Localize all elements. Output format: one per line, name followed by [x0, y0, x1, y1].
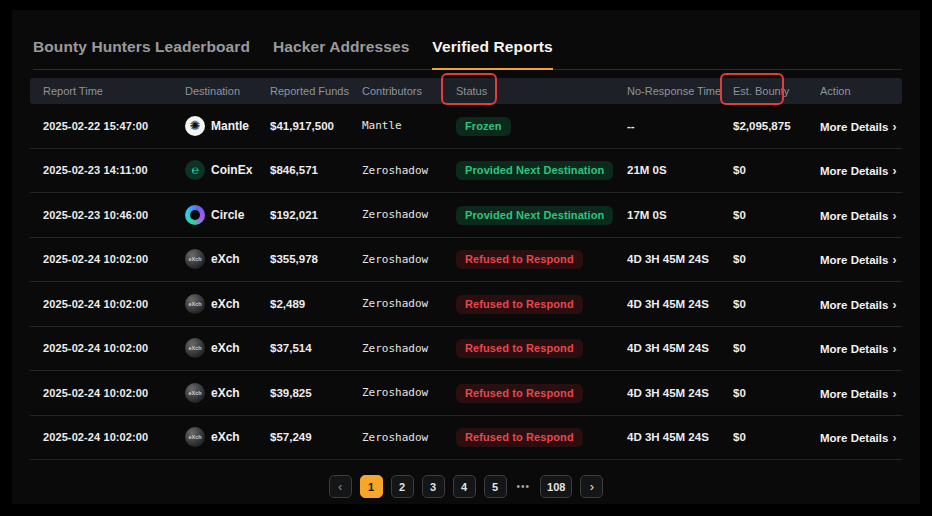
pagination-page-3[interactable]: 3 — [422, 475, 445, 498]
exch-icon — [185, 427, 205, 447]
pagination-ellipsis: ••• — [515, 481, 533, 492]
table-row: 2025-02-24 10:02:00 eXch $57,249 Zerosha… — [30, 416, 902, 461]
action-cell: More Details › — [820, 250, 902, 268]
est-bounty-cell: $0 — [733, 387, 820, 399]
column-header-action: Action — [820, 85, 902, 97]
action-cell: More Details › — [820, 295, 902, 313]
contributors-cell: Zeroshadow — [362, 253, 456, 266]
no-response-time-cell: 4D 3H 45M 24S — [627, 253, 733, 265]
circle-icon — [185, 205, 205, 225]
table-row: 2025-02-24 10:02:00 eXch $355,978 Zerosh… — [30, 238, 902, 283]
report-time-cell: 2025-02-24 10:02:00 — [30, 298, 185, 310]
tab-verified-reports[interactable]: Verified Reports — [432, 38, 552, 69]
destination-cell: Mantle — [185, 116, 270, 136]
chevron-right-icon: › — [892, 253, 896, 267]
more-details-link[interactable]: More Details › — [820, 253, 896, 267]
report-time-cell: 2025-02-22 15:47:00 — [30, 120, 185, 132]
pagination-next-button[interactable]: › — [580, 475, 603, 498]
reported-funds-cell: $39,825 — [270, 387, 362, 399]
no-response-time-cell: 4D 3H 45M 24S — [627, 387, 733, 399]
destination-cell: eXch — [185, 249, 270, 269]
pagination-page-4[interactable]: 4 — [453, 475, 476, 498]
reported-funds-cell: $57,249 — [270, 431, 362, 443]
more-details-link[interactable]: More Details › — [820, 209, 896, 223]
table-row: 2025-02-23 10:46:00 Circle $192,021 Zero… — [30, 193, 902, 238]
destination-name: Circle — [211, 208, 244, 222]
column-header-no-response-time: No-Response Time — [627, 85, 733, 97]
no-response-time-cell: 4D 3H 45M 24S — [627, 342, 733, 354]
tab-bar: Bounty Hunters Leaderboard Hacker Addres… — [33, 38, 902, 70]
est-bounty-cell: $0 — [733, 431, 820, 443]
report-time-cell: 2025-02-24 10:02:00 — [30, 387, 185, 399]
chevron-right-icon: › — [892, 298, 896, 312]
destination-cell: Circle — [185, 205, 270, 225]
status-cell: Refused to Respond — [456, 249, 627, 269]
contributors-cell: Mantle — [362, 119, 456, 132]
destination-name: CoinEx — [211, 163, 252, 177]
more-details-link[interactable]: More Details › — [820, 431, 896, 445]
more-details-link[interactable]: More Details › — [820, 120, 896, 134]
action-cell: More Details › — [820, 206, 902, 224]
chevron-right-icon: › — [892, 431, 896, 445]
table-body: 2025-02-22 15:47:00 Mantle $41,917,500 M… — [30, 104, 902, 460]
status-badge: Refused to Respond — [456, 295, 583, 314]
reported-funds-cell: $355,978 — [270, 253, 362, 265]
pagination-page-5[interactable]: 5 — [484, 475, 507, 498]
mantle-icon — [185, 116, 205, 136]
no-response-time-cell: 4D 3H 45M 24S — [627, 431, 733, 443]
tab-hacker-addresses[interactable]: Hacker Addresses — [273, 38, 409, 69]
no-response-time-cell: 17M 0S — [627, 209, 733, 221]
destination-name: eXch — [211, 386, 240, 400]
status-cell: Provided Next Destination — [456, 205, 627, 225]
contributors-cell: Zeroshadow — [362, 386, 456, 399]
exch-icon — [185, 383, 205, 403]
pagination-prev-button[interactable]: ‹ — [329, 475, 352, 498]
more-details-link[interactable]: More Details › — [820, 164, 896, 178]
tab-bounty-hunters-leaderboard[interactable]: Bounty Hunters Leaderboard — [33, 38, 250, 69]
destination-name: Mantle — [211, 119, 249, 133]
no-response-time-cell: 21M 0S — [627, 164, 733, 176]
coinex-icon — [185, 160, 205, 180]
action-cell: More Details › — [820, 161, 902, 179]
reported-funds-cell: $846,571 — [270, 164, 362, 176]
chevron-right-icon: › — [892, 120, 896, 134]
status-badge: Provided Next Destination — [456, 161, 613, 180]
contributors-cell: Zeroshadow — [362, 431, 456, 444]
pagination-page-2[interactable]: 2 — [391, 475, 414, 498]
reported-funds-cell: $2,489 — [270, 298, 362, 310]
report-time-cell: 2025-02-24 10:02:00 — [30, 253, 185, 265]
est-bounty-cell: $2,095,875 — [733, 120, 820, 132]
destination-name: eXch — [211, 341, 240, 355]
more-details-link[interactable]: More Details › — [820, 342, 896, 356]
chevron-right-icon: › — [892, 209, 896, 223]
more-details-label: More Details — [820, 165, 888, 177]
main-panel: Bounty Hunters Leaderboard Hacker Addres… — [12, 10, 920, 504]
more-details-link[interactable]: More Details › — [820, 298, 896, 312]
destination-cell: CoinEx — [185, 160, 270, 180]
status-cell: Provided Next Destination — [456, 160, 627, 180]
more-details-label: More Details — [820, 432, 888, 444]
action-cell: More Details › — [820, 428, 902, 446]
app-window: Bounty Hunters Leaderboard Hacker Addres… — [0, 0, 932, 516]
table-row: 2025-02-23 14:11:00 CoinEx $846,571 Zero… — [30, 149, 902, 194]
chevron-right-icon: › — [892, 387, 896, 401]
more-details-label: More Details — [820, 388, 888, 400]
contributors-cell: Zeroshadow — [362, 208, 456, 221]
destination-name: eXch — [211, 297, 240, 311]
status-cell: Refused to Respond — [456, 427, 627, 447]
report-time-cell: 2025-02-24 10:02:00 — [30, 342, 185, 354]
pagination-page-1[interactable]: 1 — [360, 475, 383, 498]
pagination: ‹12345•••108› — [12, 475, 920, 498]
more-details-link[interactable]: More Details › — [820, 387, 896, 401]
destination-name: eXch — [211, 430, 240, 444]
status-cell: Frozen — [456, 116, 627, 136]
column-header-report-time: Report Time — [30, 85, 185, 97]
table-row: 2025-02-24 10:02:00 eXch $37,514 Zerosha… — [30, 327, 902, 372]
destination-cell: eXch — [185, 427, 270, 447]
contributors-cell: Zeroshadow — [362, 164, 456, 177]
exch-icon — [185, 249, 205, 269]
destination-cell: eXch — [185, 338, 270, 358]
destination-cell: eXch — [185, 383, 270, 403]
est-bounty-cell: $0 — [733, 253, 820, 265]
pagination-page-108[interactable]: 108 — [540, 475, 572, 498]
